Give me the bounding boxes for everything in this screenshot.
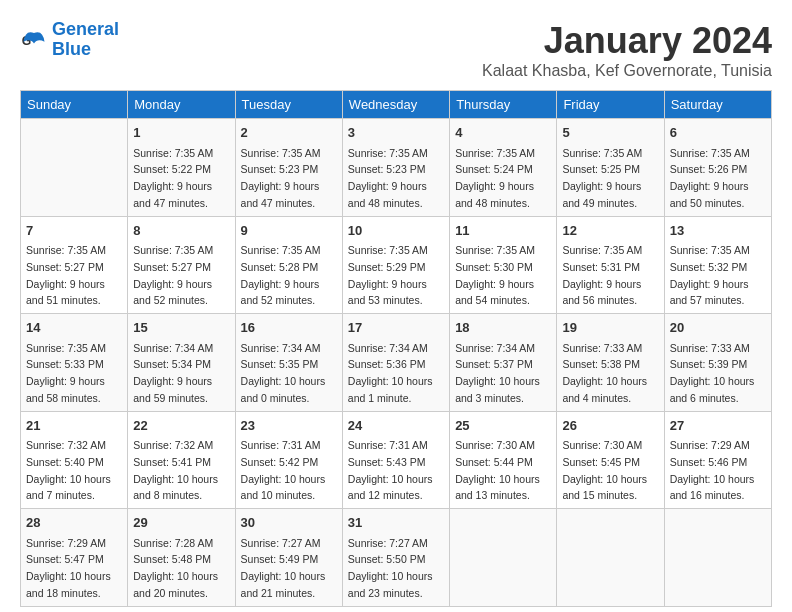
calendar-day: 28Sunrise: 7:29 AMSunset: 5:47 PMDayligh… <box>21 509 128 607</box>
day-number: 22 <box>133 416 229 436</box>
page-header: G General Blue January 2024 Kalaat Khasb… <box>20 20 772 80</box>
weekday-header-wednesday: Wednesday <box>342 91 449 119</box>
day-info: Sunrise: 7:31 AMSunset: 5:43 PMDaylight:… <box>348 439 433 501</box>
day-number: 2 <box>241 123 337 143</box>
calendar-day <box>21 119 128 217</box>
day-info: Sunrise: 7:35 AMSunset: 5:28 PMDaylight:… <box>241 244 321 306</box>
calendar-week-5: 28Sunrise: 7:29 AMSunset: 5:47 PMDayligh… <box>21 509 772 607</box>
day-info: Sunrise: 7:35 AMSunset: 5:31 PMDaylight:… <box>562 244 642 306</box>
weekday-header-friday: Friday <box>557 91 664 119</box>
weekday-header-sunday: Sunday <box>21 91 128 119</box>
day-number: 25 <box>455 416 551 436</box>
day-number: 19 <box>562 318 658 338</box>
day-number: 18 <box>455 318 551 338</box>
calendar-day: 2Sunrise: 7:35 AMSunset: 5:23 PMDaylight… <box>235 119 342 217</box>
calendar-day: 22Sunrise: 7:32 AMSunset: 5:41 PMDayligh… <box>128 411 235 509</box>
calendar-day: 25Sunrise: 7:30 AMSunset: 5:44 PMDayligh… <box>450 411 557 509</box>
calendar-day: 27Sunrise: 7:29 AMSunset: 5:46 PMDayligh… <box>664 411 771 509</box>
calendar-day: 5Sunrise: 7:35 AMSunset: 5:25 PMDaylight… <box>557 119 664 217</box>
day-info: Sunrise: 7:35 AMSunset: 5:24 PMDaylight:… <box>455 147 535 209</box>
day-number: 4 <box>455 123 551 143</box>
calendar-week-3: 14Sunrise: 7:35 AMSunset: 5:33 PMDayligh… <box>21 314 772 412</box>
calendar-day: 11Sunrise: 7:35 AMSunset: 5:30 PMDayligh… <box>450 216 557 314</box>
day-number: 5 <box>562 123 658 143</box>
calendar-day: 9Sunrise: 7:35 AMSunset: 5:28 PMDaylight… <box>235 216 342 314</box>
calendar-day: 6Sunrise: 7:35 AMSunset: 5:26 PMDaylight… <box>664 119 771 217</box>
day-number: 8 <box>133 221 229 241</box>
day-info: Sunrise: 7:30 AMSunset: 5:44 PMDaylight:… <box>455 439 540 501</box>
day-number: 10 <box>348 221 444 241</box>
day-number: 15 <box>133 318 229 338</box>
calendar-day: 8Sunrise: 7:35 AMSunset: 5:27 PMDaylight… <box>128 216 235 314</box>
day-number: 31 <box>348 513 444 533</box>
day-info: Sunrise: 7:35 AMSunset: 5:25 PMDaylight:… <box>562 147 642 209</box>
month-title: January 2024 <box>482 20 772 62</box>
calendar-day: 29Sunrise: 7:28 AMSunset: 5:48 PMDayligh… <box>128 509 235 607</box>
day-number: 7 <box>26 221 122 241</box>
calendar-day: 31Sunrise: 7:27 AMSunset: 5:50 PMDayligh… <box>342 509 449 607</box>
day-number: 26 <box>562 416 658 436</box>
day-info: Sunrise: 7:35 AMSunset: 5:30 PMDaylight:… <box>455 244 535 306</box>
calendar-week-4: 21Sunrise: 7:32 AMSunset: 5:40 PMDayligh… <box>21 411 772 509</box>
day-info: Sunrise: 7:30 AMSunset: 5:45 PMDaylight:… <box>562 439 647 501</box>
calendar-day: 23Sunrise: 7:31 AMSunset: 5:42 PMDayligh… <box>235 411 342 509</box>
day-number: 24 <box>348 416 444 436</box>
logo-text: General Blue <box>52 20 119 60</box>
day-number: 17 <box>348 318 444 338</box>
day-info: Sunrise: 7:35 AMSunset: 5:29 PMDaylight:… <box>348 244 428 306</box>
day-info: Sunrise: 7:29 AMSunset: 5:46 PMDaylight:… <box>670 439 755 501</box>
logo-icon: G <box>20 26 48 54</box>
day-info: Sunrise: 7:35 AMSunset: 5:26 PMDaylight:… <box>670 147 750 209</box>
calendar-day: 24Sunrise: 7:31 AMSunset: 5:43 PMDayligh… <box>342 411 449 509</box>
calendar-day: 17Sunrise: 7:34 AMSunset: 5:36 PMDayligh… <box>342 314 449 412</box>
day-info: Sunrise: 7:35 AMSunset: 5:23 PMDaylight:… <box>348 147 428 209</box>
day-number: 16 <box>241 318 337 338</box>
day-info: Sunrise: 7:34 AMSunset: 5:36 PMDaylight:… <box>348 342 433 404</box>
weekday-header-tuesday: Tuesday <box>235 91 342 119</box>
calendar-day: 20Sunrise: 7:33 AMSunset: 5:39 PMDayligh… <box>664 314 771 412</box>
day-info: Sunrise: 7:35 AMSunset: 5:22 PMDaylight:… <box>133 147 213 209</box>
calendar-day: 12Sunrise: 7:35 AMSunset: 5:31 PMDayligh… <box>557 216 664 314</box>
calendar-day: 30Sunrise: 7:27 AMSunset: 5:49 PMDayligh… <box>235 509 342 607</box>
day-info: Sunrise: 7:32 AMSunset: 5:40 PMDaylight:… <box>26 439 111 501</box>
calendar-day: 18Sunrise: 7:34 AMSunset: 5:37 PMDayligh… <box>450 314 557 412</box>
logo: G General Blue <box>20 20 119 60</box>
calendar-day <box>664 509 771 607</box>
day-info: Sunrise: 7:34 AMSunset: 5:37 PMDaylight:… <box>455 342 540 404</box>
calendar-day: 7Sunrise: 7:35 AMSunset: 5:27 PMDaylight… <box>21 216 128 314</box>
calendar-day: 3Sunrise: 7:35 AMSunset: 5:23 PMDaylight… <box>342 119 449 217</box>
day-number: 9 <box>241 221 337 241</box>
calendar-week-2: 7Sunrise: 7:35 AMSunset: 5:27 PMDaylight… <box>21 216 772 314</box>
day-number: 12 <box>562 221 658 241</box>
day-info: Sunrise: 7:35 AMSunset: 5:27 PMDaylight:… <box>26 244 106 306</box>
day-info: Sunrise: 7:35 AMSunset: 5:23 PMDaylight:… <box>241 147 321 209</box>
day-number: 6 <box>670 123 766 143</box>
day-number: 11 <box>455 221 551 241</box>
day-number: 3 <box>348 123 444 143</box>
day-number: 28 <box>26 513 122 533</box>
calendar-day: 14Sunrise: 7:35 AMSunset: 5:33 PMDayligh… <box>21 314 128 412</box>
calendar-day <box>557 509 664 607</box>
calendar-day: 10Sunrise: 7:35 AMSunset: 5:29 PMDayligh… <box>342 216 449 314</box>
day-info: Sunrise: 7:34 AMSunset: 5:34 PMDaylight:… <box>133 342 213 404</box>
title-area: January 2024 Kalaat Khasba, Kef Governor… <box>482 20 772 80</box>
calendar-day: 13Sunrise: 7:35 AMSunset: 5:32 PMDayligh… <box>664 216 771 314</box>
day-number: 27 <box>670 416 766 436</box>
day-info: Sunrise: 7:28 AMSunset: 5:48 PMDaylight:… <box>133 537 218 599</box>
day-info: Sunrise: 7:27 AMSunset: 5:50 PMDaylight:… <box>348 537 433 599</box>
day-info: Sunrise: 7:35 AMSunset: 5:27 PMDaylight:… <box>133 244 213 306</box>
calendar-day: 26Sunrise: 7:30 AMSunset: 5:45 PMDayligh… <box>557 411 664 509</box>
weekday-header-saturday: Saturday <box>664 91 771 119</box>
day-info: Sunrise: 7:35 AMSunset: 5:32 PMDaylight:… <box>670 244 750 306</box>
day-number: 13 <box>670 221 766 241</box>
weekday-header-thursday: Thursday <box>450 91 557 119</box>
location-title: Kalaat Khasba, Kef Governorate, Tunisia <box>482 62 772 80</box>
calendar-day: 15Sunrise: 7:34 AMSunset: 5:34 PMDayligh… <box>128 314 235 412</box>
day-info: Sunrise: 7:31 AMSunset: 5:42 PMDaylight:… <box>241 439 326 501</box>
calendar-day: 21Sunrise: 7:32 AMSunset: 5:40 PMDayligh… <box>21 411 128 509</box>
day-number: 20 <box>670 318 766 338</box>
day-info: Sunrise: 7:32 AMSunset: 5:41 PMDaylight:… <box>133 439 218 501</box>
day-info: Sunrise: 7:29 AMSunset: 5:47 PMDaylight:… <box>26 537 111 599</box>
day-info: Sunrise: 7:35 AMSunset: 5:33 PMDaylight:… <box>26 342 106 404</box>
day-number: 14 <box>26 318 122 338</box>
